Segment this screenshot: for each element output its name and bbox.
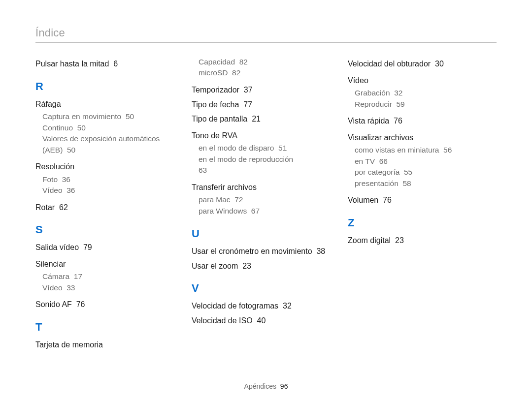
index-subentry: Vídeo 36	[42, 185, 171, 196]
entry-text: Tarjeta de memoria	[35, 340, 103, 349]
column-2: Capacidad 82 microSD 82 Temporizador 37 …	[192, 55, 327, 356]
entry-text: Volumen	[348, 196, 378, 204]
sub-text: Vídeo	[42, 186, 63, 194]
sub-page: 56	[443, 146, 452, 154]
index-entry: Visualizar archivos	[348, 132, 483, 143]
index-entry: Tipo de pantalla 21	[192, 114, 327, 124]
entry-page: 23	[395, 236, 404, 245]
entry-page: 30	[435, 60, 444, 68]
index-subentry: como vistas en miniatura 56	[355, 145, 483, 155]
entry-text: Vista rápida	[348, 117, 389, 125]
sub-text: por categoría	[355, 168, 399, 176]
sub-page: 66	[379, 157, 388, 165]
index-entry: Salida vídeo 79	[35, 242, 171, 253]
footer-page-number: 96	[280, 382, 288, 390]
sub-text: presentación	[355, 179, 399, 187]
entry-page: 79	[83, 243, 92, 251]
index-subentry: para Mac 72	[199, 194, 327, 205]
entry-text: Tono de RVA	[192, 131, 237, 140]
page-title: Índice	[35, 27, 65, 39]
sub-text: en el modo de disparo	[199, 144, 274, 152]
sub-page: 72	[234, 195, 243, 204]
sub-text: como vistas en miniatura	[355, 146, 439, 154]
index-entry: Temporizador 37	[192, 85, 327, 95]
sub-page: 17	[74, 272, 82, 280]
index-entry: Vídeo	[348, 75, 483, 86]
entry-text: Usar el zoom	[192, 262, 238, 270]
sub-text: Continuo	[42, 123, 73, 132]
entry-text: Zoom digital	[348, 236, 391, 245]
index-entry: Volumen 76	[348, 195, 483, 206]
sub-text: microSD	[199, 68, 228, 77]
index-subentry: Reproducir 59	[355, 99, 483, 110]
entry-text: Velocidad del obturador	[348, 60, 431, 68]
index-subentry: Continuo 50	[42, 123, 171, 133]
entry-text: Resolución	[35, 162, 74, 171]
index-subentry: Grabación 32	[355, 88, 483, 98]
section-letter-s: S	[35, 223, 171, 236]
sub-page: 55	[404, 168, 412, 176]
entry-page: 38	[316, 247, 325, 255]
index-subentry: Capacidad 82	[199, 57, 327, 67]
entry-page: 76	[394, 117, 402, 125]
sub-text: Grabación	[355, 89, 390, 97]
footer-section: Apéndices	[244, 382, 276, 390]
sub-page: 67	[251, 207, 260, 215]
sub-page: 63	[199, 166, 207, 174]
index-entry: Sonido AF 76	[35, 299, 171, 310]
index-subentry: para Windows 67	[199, 206, 327, 216]
index-subentry: Vídeo 33	[42, 282, 171, 293]
index-entry: Silenciar	[35, 259, 171, 270]
index-entry: Tono de RVA	[192, 130, 327, 141]
entry-page: 21	[252, 115, 261, 123]
sub-page: 50	[126, 112, 134, 121]
sub-text: Vídeo	[42, 283, 63, 292]
entry-page: 6	[113, 60, 118, 68]
sub-text: Reproducir	[355, 100, 392, 108]
index-entry: Resolución	[35, 161, 171, 172]
entry-text: Temporizador	[192, 86, 239, 94]
index-subentry: Foto 36	[42, 174, 171, 185]
column-3: Velocidad del obturador 30 Vídeo Grabaci…	[348, 55, 483, 356]
sub-text: Captura en movimiento	[42, 112, 121, 121]
entry-page: 32	[283, 302, 292, 310]
index-entry: Velocidad de ISO 40	[192, 315, 327, 326]
section-letter-t: T	[35, 321, 171, 334]
index-entry: Rotar 62	[35, 202, 171, 213]
entry-text: Silenciar	[35, 260, 66, 268]
index-entry: Vista rápida 76	[348, 116, 483, 126]
entry-text: Velocidad de fotogramas	[192, 302, 278, 310]
entry-text: Velocidad de ISO	[192, 316, 253, 325]
index-subentry: Valores de exposición automáticos (AEB) …	[42, 133, 171, 155]
sub-page: 50	[77, 123, 86, 132]
entry-page: 37	[244, 86, 253, 94]
entry-page: 77	[243, 100, 252, 109]
index-subentry: por categoría 55	[355, 167, 483, 178]
index-entry: Velocidad del obturador 30	[348, 59, 483, 69]
section-letter-u: U	[192, 227, 327, 240]
sub-page: 82	[239, 58, 248, 66]
sub-page: 32	[394, 89, 402, 97]
entry-page: 40	[257, 316, 266, 325]
page-footer: Apéndices 96	[0, 382, 532, 390]
index-entry: Zoom digital 23	[348, 235, 483, 246]
index-entry: Tarjeta de memoria	[35, 339, 171, 350]
index-subentry: Cámara 17	[42, 271, 171, 282]
sub-text: Capacidad	[199, 58, 235, 66]
index-entry: Velocidad de fotogramas 32	[192, 301, 327, 311]
entry-page: 23	[242, 262, 251, 270]
entry-page: 76	[383, 196, 392, 204]
column-1: Pulsar hasta la mitad 6 R Ráfaga Captura…	[35, 55, 171, 356]
index-entry: Usar el cronómetro en movimiento 38	[192, 246, 327, 257]
sub-page: 50	[67, 146, 75, 154]
sub-page: 82	[232, 68, 240, 77]
entry-text: Pulsar hasta la mitad	[35, 60, 109, 68]
sub-page: 36	[66, 186, 75, 194]
entry-text: Tipo de pantalla	[192, 115, 247, 123]
sub-text: en el modo de reproducción	[199, 155, 293, 163]
entry-text: Transferir archivos	[192, 183, 257, 191]
index-entry: Ráfaga	[35, 99, 171, 110]
sub-page: 59	[396, 100, 404, 108]
entry-page: 76	[76, 300, 85, 308]
sub-text: Cámara	[42, 272, 69, 280]
